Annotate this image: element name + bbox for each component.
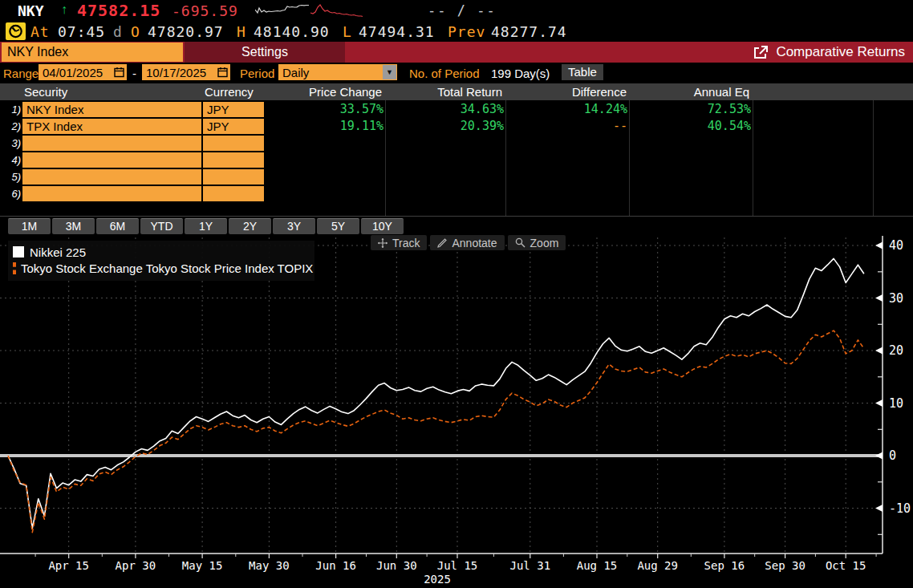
difference-value: -- (515, 119, 627, 134)
high-label: H (237, 23, 246, 40)
row-number: 5) (0, 171, 21, 183)
annotate-button[interactable]: Annotate (430, 235, 504, 250)
column-divider (629, 100, 630, 217)
table-button[interactable]: Table (562, 64, 603, 80)
period-tab-ytd[interactable]: YTD (140, 218, 183, 234)
svg-text:Jun 16: Jun 16 (315, 559, 356, 572)
period-tab-5y[interactable]: 5Y (317, 218, 359, 234)
calendar-icon[interactable] (114, 67, 124, 78)
row-number: 2) (0, 120, 21, 132)
svg-text:2025: 2025 (424, 573, 451, 586)
svg-text:Jun 30: Jun 30 (376, 559, 417, 572)
annual-eq-value: 40.54% (639, 119, 751, 134)
period-tab-1y[interactable]: 1Y (185, 218, 227, 234)
zoom-button[interactable]: Zoom (508, 235, 566, 250)
function-title-bar: NKY Index Settings Comparative Returns (0, 42, 913, 63)
prev-label: Prev (448, 23, 485, 40)
row-number: 6) (0, 188, 21, 200)
track-button[interactable]: Track (371, 235, 427, 250)
magnifier-icon (515, 237, 525, 248)
returns-table: Security Currency Price Change Total Ret… (0, 83, 913, 217)
currency-cell[interactable] (203, 152, 264, 168)
security-cell[interactable]: NKY Index (22, 102, 201, 117)
table-header: Security Currency Price Change Total Ret… (0, 83, 913, 100)
column-divider (385, 100, 386, 217)
svg-text:10: 10 (889, 396, 903, 411)
security-cell[interactable] (22, 186, 201, 201)
column-divider (505, 100, 506, 217)
high-value: 48140.90 (254, 23, 330, 40)
period-tab-3m[interactable]: 3M (52, 218, 95, 234)
crosshair-icon (378, 238, 388, 248)
chart-toolbar: Track Annotate Zoom (371, 235, 566, 250)
table-row[interactable]: 1)NKY IndexJPY33.57%34.63%14.24%72.53% (0, 102, 913, 117)
svg-text:40: 40 (889, 238, 903, 253)
table-row[interactable]: 5) (0, 169, 913, 185)
svg-text:20: 20 (889, 343, 903, 358)
low-label: L (343, 23, 352, 40)
period-tab-2y[interactable]: 2Y (229, 218, 271, 234)
column-divider (753, 100, 753, 217)
tab-settings[interactable]: Settings (185, 42, 345, 63)
period-tab-6m[interactable]: 6M (96, 218, 139, 234)
svg-text:Jul 31: Jul 31 (510, 559, 551, 572)
col-price-change: Price Change (309, 85, 382, 99)
table-row[interactable]: 6) (0, 186, 913, 201)
col-currency: Currency (205, 85, 254, 99)
num-period-value: 199 Day(s) (491, 67, 550, 80)
svg-text:May 15: May 15 (182, 559, 223, 572)
function-name: Comparative Returns (776, 44, 905, 60)
column-divider (873, 100, 874, 217)
currency-cell[interactable]: JPY (203, 119, 264, 134)
period-label: Period (240, 67, 274, 80)
period-tab-1m[interactable]: 1M (8, 218, 51, 234)
calendar-icon[interactable] (217, 67, 228, 78)
topix-swatch-icon (13, 262, 16, 274)
row-number: 3) (0, 137, 21, 149)
range-dash: - (132, 67, 136, 80)
gauge-icon (6, 22, 26, 40)
security-input[interactable]: NKY Index (2, 43, 183, 62)
security-cell[interactable] (22, 152, 201, 168)
table-row[interactable]: 4) (0, 152, 913, 168)
total-return-value: 34.63% (392, 102, 504, 117)
chart-legend: Nikkei 225 Tokyo Stock Exchange Tokyo St… (8, 241, 314, 281)
table-row[interactable]: 2)TPX IndexJPY19.11%20.39%--40.54% (0, 119, 913, 134)
period-tab-10y[interactable]: 10Y (361, 218, 404, 234)
period-select[interactable]: Daily ▼ (278, 64, 397, 80)
period-tab-3y[interactable]: 3Y (273, 218, 315, 234)
col-difference: Difference (572, 85, 627, 99)
pencil-icon (437, 238, 447, 248)
last-price: 47582.15 (77, 1, 160, 20)
chevron-down-icon[interactable]: ▼ (383, 65, 396, 79)
security-cell[interactable]: TPX Index (22, 119, 201, 134)
range-end-input[interactable]: 10/17/2025 (142, 64, 230, 80)
security-cell[interactable] (22, 136, 201, 151)
open-label: O (131, 23, 140, 40)
price-change-value: 33.57% (271, 102, 383, 117)
svg-text:Aug 29: Aug 29 (637, 559, 678, 572)
currency-cell[interactable] (203, 136, 264, 151)
export-icon[interactable] (753, 46, 768, 59)
price-change-value: 19.11% (271, 119, 383, 134)
chart-plot[interactable]: Apr 15Apr 30May 15May 30Jun 16Jun 30Jul … (0, 234, 913, 588)
session-flag: d (113, 23, 123, 40)
quote-time: 07:45 (58, 23, 105, 40)
range-start-input[interactable]: 04/01/2025 (39, 64, 127, 80)
currency-cell[interactable] (203, 169, 264, 185)
row-number: 4) (0, 154, 21, 166)
security-cell[interactable] (22, 169, 201, 185)
intraday-sparkline (255, 2, 364, 19)
svg-text:0: 0 (889, 448, 896, 463)
price-change: -695.59 (172, 2, 238, 19)
currency-cell[interactable] (203, 186, 264, 201)
quote-bar: NKY ↑ 47582.15 -695.59 -- / -- (0, 0, 913, 21)
at-label: At (30, 23, 50, 40)
svg-text:Aug 15: Aug 15 (577, 559, 618, 572)
table-row[interactable]: 3) (0, 136, 913, 151)
currency-cell[interactable]: JPY (203, 102, 264, 117)
svg-text:-10: -10 (889, 501, 911, 516)
row-number: 1) (0, 103, 21, 116)
difference-value: 14.24% (515, 102, 627, 117)
col-annual-eq: Annual Eq (694, 85, 749, 99)
